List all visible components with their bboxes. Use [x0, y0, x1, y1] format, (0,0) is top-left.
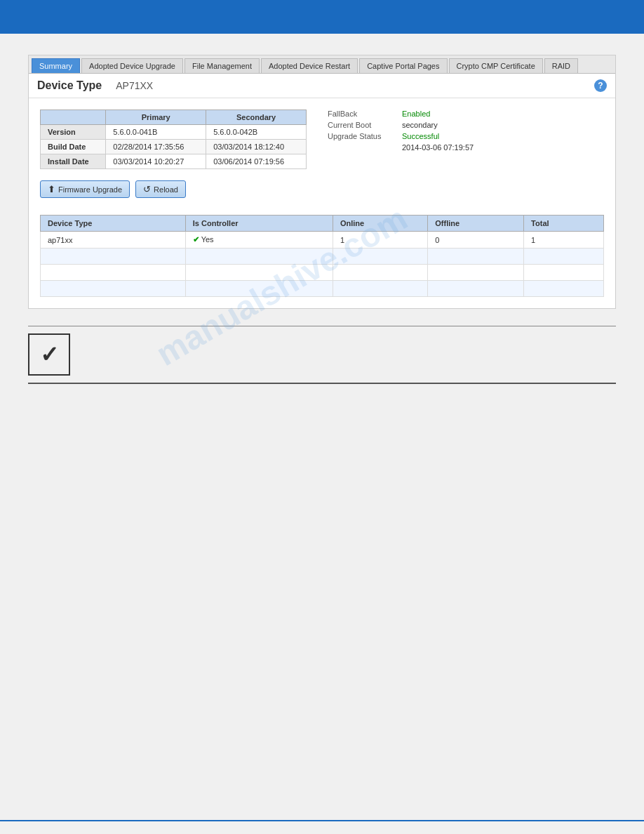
device-col-controller: Is Controller — [185, 216, 333, 232]
device-summary-table: Device Type Is Controller Online Offline… — [40, 215, 604, 297]
firmware-row-version: Version 5.6.0.0-041B 5.6.0.0-042B — [41, 125, 307, 140]
check-yes-icon: ✔ — [193, 235, 199, 244]
device-type-value: AP71XX — [116, 80, 153, 91]
table-row-empty-3 — [41, 281, 604, 297]
tab-crypto-cmp-certificate[interactable]: Crypto CMP Certificate — [449, 58, 543, 73]
status-fallback-row: FallBack Enabled — [328, 110, 474, 118]
firmware-row-build-date: Build Date 02/28/2014 17:35:56 03/03/201… — [41, 140, 307, 154]
top-bar — [0, 0, 644, 34]
device-col-total: Total — [524, 216, 604, 232]
firmware-upgrade-button[interactable]: ⬆ Firmware Upgrade — [40, 180, 130, 198]
device-type-label: Device Type — [37, 79, 102, 92]
device-row-type: ap71xx — [41, 232, 186, 249]
main-panel: Summary Adopted Device Upgrade File Mana… — [28, 55, 616, 309]
device-row-total: 1 — [524, 232, 604, 249]
tab-file-management[interactable]: File Management — [185, 58, 260, 73]
divider-bottom — [28, 383, 616, 384]
status-upgrade-date-value: 2014-03-06 07:19:57 — [402, 143, 474, 152]
content-area: Primary Secondary Version 5.6.0.0-041B 5… — [29, 98, 615, 308]
footer-line — [0, 820, 644, 821]
tab-captive-portal-pages[interactable]: Captive Portal Pages — [359, 58, 447, 73]
table-row-empty-1 — [41, 249, 604, 265]
table-row: ap71xx ✔ Yes 1 0 1 — [41, 232, 604, 249]
status-upgrade-date-row: 2014-03-06 07:19:57 — [328, 143, 474, 152]
firmware-version-label: Version — [41, 125, 106, 140]
device-type-row: Device Type AP71XX ? — [29, 74, 615, 98]
firmware-col-primary: Primary — [106, 110, 206, 125]
status-upgrade-date-key — [328, 143, 398, 152]
device-col-online: Online — [333, 216, 427, 232]
reload-label: Reload — [154, 185, 178, 194]
firmware-install-date-secondary: 03/06/2014 07:19:56 — [206, 154, 307, 169]
firmware-build-date-primary: 02/28/2014 17:35:56 — [106, 140, 206, 154]
firmware-install-date-primary: 03/03/2014 10:20:27 — [106, 154, 206, 169]
firmware-upgrade-icon: ⬆ — [48, 184, 55, 194]
tab-bar: Summary Adopted Device Upgrade File Mana… — [29, 55, 615, 74]
status-current-boot-value: secondary — [402, 121, 438, 129]
status-upgrade-status-value: Successful — [402, 132, 439, 140]
device-row-offline: 0 — [428, 232, 524, 249]
table-row-empty-2 — [41, 265, 604, 281]
firmware-version-secondary: 5.6.0.0-042B — [206, 125, 307, 140]
device-row-online: 1 — [333, 232, 427, 249]
status-panel: FallBack Enabled Current Boot secondary … — [328, 110, 474, 154]
firmware-upgrade-label: Firmware Upgrade — [58, 185, 122, 194]
status-current-boot-row: Current Boot secondary — [328, 121, 474, 129]
help-icon[interactable]: ? — [594, 79, 607, 92]
tab-summary[interactable]: Summary — [32, 58, 80, 73]
status-fallback-key: FallBack — [328, 110, 398, 118]
firmware-table: Primary Secondary Version 5.6.0.0-041B 5… — [40, 110, 307, 169]
reload-button[interactable]: ↺ Reload — [135, 180, 186, 198]
firmware-build-date-secondary: 03/03/2014 18:12:40 — [206, 140, 307, 154]
status-upgrade-status-key: Upgrade Status — [328, 132, 398, 140]
firmware-col-secondary: Secondary — [206, 110, 307, 125]
firmware-build-date-label: Build Date — [41, 140, 106, 154]
device-col-offline: Offline — [428, 216, 524, 232]
tab-adopted-device-upgrade[interactable]: Adopted Device Upgrade — [81, 58, 183, 73]
firmware-install-date-label: Install Date — [41, 154, 106, 169]
firmware-col-empty — [41, 110, 106, 125]
firmware-version-primary: 5.6.0.0-041B — [106, 125, 206, 140]
device-col-type: Device Type — [41, 216, 186, 232]
buttons-row: ⬆ Firmware Upgrade ↺ Reload — [40, 180, 604, 198]
status-upgrade-status-row: Upgrade Status Successful — [328, 132, 474, 140]
tab-adopted-device-restart[interactable]: Adopted Device Restart — [261, 58, 358, 73]
info-section: Primary Secondary Version 5.6.0.0-041B 5… — [40, 110, 604, 169]
status-current-boot-key: Current Boot — [328, 121, 398, 129]
reload-icon: ↺ — [143, 184, 151, 194]
firmware-table-wrapper: Primary Secondary Version 5.6.0.0-041B 5… — [40, 110, 307, 169]
device-row-controller: ✔ Yes — [185, 232, 333, 249]
tab-raid[interactable]: RAID — [544, 58, 578, 73]
divider-top — [28, 326, 616, 326]
checkmark-symbol: ✓ — [40, 341, 59, 368]
device-row-controller-label: Yes — [201, 235, 214, 244]
firmware-row-install-date: Install Date 03/03/2014 10:20:27 03/06/2… — [41, 154, 307, 169]
checkmark-box: ✓ — [28, 333, 70, 376]
status-fallback-value: Enabled — [402, 110, 430, 118]
bottom-section: ✓ — [28, 326, 616, 384]
